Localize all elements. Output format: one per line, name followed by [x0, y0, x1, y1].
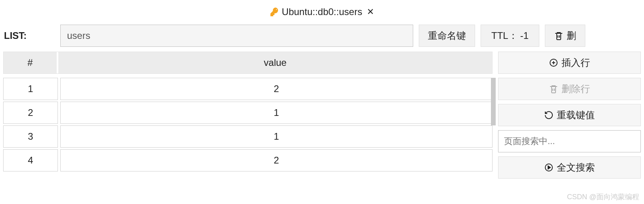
- reload-button[interactable]: 重载键值: [498, 104, 641, 126]
- table-body: 1 2 2 1 3 1 4 2: [3, 78, 493, 171]
- insert-row-label: 插入行: [562, 56, 590, 69]
- cell-index: 4: [3, 149, 58, 171]
- side-panel: 插入行 删除行 重载键值 全文搜索: [498, 52, 641, 179]
- cell-index: 3: [3, 125, 58, 148]
- rename-key-button[interactable]: 重命名键: [419, 25, 475, 47]
- cell-value: 1: [60, 125, 493, 148]
- key-icon: [270, 7, 280, 17]
- list-table: # value 1 2 2 1 3 1 4 2: [3, 52, 493, 179]
- table-row[interactable]: 2 1: [3, 102, 493, 124]
- ttl-value: -1: [520, 30, 529, 41]
- trash-icon: [549, 84, 558, 94]
- cell-value: 2: [60, 78, 493, 100]
- fulltext-label: 全文搜索: [557, 161, 595, 174]
- header-value[interactable]: value: [58, 52, 492, 73]
- close-icon[interactable]: ✕: [367, 7, 374, 17]
- table-header: # value: [3, 52, 493, 74]
- cell-index: 2: [3, 102, 58, 124]
- delete-key-label: 删: [567, 29, 576, 42]
- fulltext-search-button[interactable]: 全文搜索: [498, 156, 641, 179]
- reload-label: 重载键值: [557, 109, 595, 121]
- tab-bar: Ubuntu::db0::users ✕: [0, 0, 644, 24]
- toolbar: LIST: 重命名键 TTL： -1 删: [0, 24, 644, 52]
- key-name-input[interactable]: [60, 25, 413, 47]
- page-search-input[interactable]: [498, 130, 641, 152]
- key-type-label: LIST:: [3, 30, 55, 41]
- cell-value: 1: [60, 102, 493, 124]
- tab-title: Ubuntu::db0::users: [282, 6, 362, 17]
- watermark: CSDN @面向鸿蒙编程: [567, 192, 639, 202]
- table-row[interactable]: 4 2: [3, 149, 493, 171]
- ttl-display[interactable]: TTL： -1: [481, 25, 539, 47]
- cell-index: 1: [3, 78, 58, 100]
- delete-row-label: 删除行: [562, 83, 590, 95]
- delete-key-button[interactable]: 删: [545, 25, 585, 47]
- table-row[interactable]: 1 2: [3, 78, 493, 100]
- table-scrollbar[interactable]: [491, 78, 496, 125]
- plus-circle-icon: [549, 58, 558, 67]
- active-tab[interactable]: Ubuntu::db0::users ✕: [270, 6, 374, 17]
- trash-icon: [554, 31, 564, 40]
- reload-icon: [544, 110, 554, 120]
- header-index[interactable]: #: [4, 52, 58, 73]
- play-circle-icon: [544, 163, 554, 172]
- insert-row-button[interactable]: 插入行: [498, 52, 641, 74]
- delete-row-button[interactable]: 删除行: [498, 78, 641, 100]
- ttl-prefix: TTL：: [491, 29, 518, 42]
- table-row[interactable]: 3 1: [3, 125, 493, 148]
- cell-value: 2: [60, 149, 493, 171]
- main-area: # value 1 2 2 1 3 1 4 2: [0, 52, 644, 179]
